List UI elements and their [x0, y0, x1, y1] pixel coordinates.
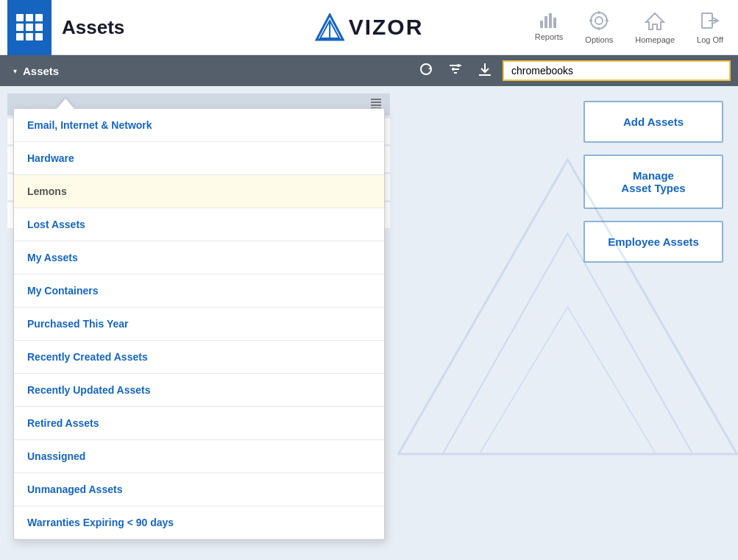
svg-marker-30 [480, 307, 656, 454]
dropdown-scroll[interactable]: Email, Internet & Network Hardware Lemon… [14, 109, 384, 539]
dropdown-arrow [57, 99, 74, 109]
svg-rect-10 [598, 27, 600, 30]
assets-dropdown-button[interactable]: ▾ Assets [7, 62, 65, 80]
dropdown-item-my-containers[interactable]: My Containers [14, 274, 384, 308]
app-title: Assets [62, 16, 124, 39]
dropdown-item-retired-assets[interactable]: Retired Assets [14, 407, 384, 440]
employee-assets-button[interactable]: Employee Assets [583, 221, 723, 263]
svg-point-20 [457, 64, 460, 67]
logo: VIZOR [315, 13, 424, 41]
homepage-icon [645, 10, 665, 34]
grid-icon [16, 14, 43, 40]
download-icon [478, 62, 492, 77]
options-icon [589, 10, 609, 34]
reports-icon [539, 10, 559, 31]
dropdown-item-unassigned[interactable]: Unassigned [14, 440, 384, 473]
refresh-button[interactable] [414, 59, 438, 83]
svg-rect-6 [553, 18, 556, 28]
svg-rect-5 [549, 13, 552, 28]
nav-reports[interactable]: Reports [528, 7, 571, 48]
homepage-label: Homepage [635, 35, 675, 44]
svg-point-8 [591, 13, 607, 29]
refresh-icon [419, 62, 433, 77]
options-label: Options [585, 35, 613, 44]
header: Assets VIZOR Reports [0, 0, 738, 55]
toolbar-title: Assets [23, 65, 59, 77]
main-content: 📄 ASSET00117177B 📄 ASSET00117000 📄 ASSET… [0, 86, 738, 560]
toolbar: ▾ Assets [0, 55, 738, 86]
logout-icon [700, 10, 720, 34]
dropdown-item-lost-assets[interactable]: Lost Assets [14, 208, 384, 241]
search-input[interactable] [503, 60, 731, 81]
nav-logout[interactable]: Log Off [689, 7, 731, 48]
filter-icon [448, 62, 463, 77]
svg-rect-3 [540, 21, 543, 28]
manage-asset-types-button[interactable]: ManageAsset Types [583, 155, 723, 209]
dropdown-arrow-icon: ▾ [13, 67, 17, 75]
nav-homepage[interactable]: Homepage [628, 7, 682, 48]
svg-marker-13 [646, 13, 664, 29]
nav-icons: Reports Options H [528, 7, 731, 48]
svg-marker-29 [443, 233, 693, 454]
reports-label: Reports [535, 32, 564, 41]
logout-label: Log Off [697, 35, 723, 44]
svg-rect-12 [606, 20, 609, 21]
svg-point-7 [595, 17, 603, 24]
add-assets-button[interactable]: Add Assets [583, 101, 723, 143]
dropdown-menu: Email, Internet & Network Hardware Lemon… [13, 108, 385, 540]
dropdown-item-unmanaged-assets[interactable]: Unmanaged Assets [14, 473, 384, 506]
logo-icon [315, 13, 344, 41]
right-panel: Add Assets ManageAsset Types Employee As… [397, 86, 738, 560]
svg-rect-9 [598, 11, 600, 14]
dropdown-item-hardware[interactable]: Hardware [14, 142, 384, 175]
dropdown-item-purchased-this-year[interactable]: Purchased This Year [14, 308, 384, 341]
app-menu-button[interactable] [7, 0, 52, 55]
svg-rect-11 [589, 20, 592, 21]
svg-point-21 [452, 68, 455, 71]
svg-rect-4 [544, 16, 547, 28]
dropdown-item-recently-updated[interactable]: Recently Updated Assets [14, 374, 384, 407]
logo-text: VIZOR [349, 15, 424, 40]
dropdown-item-email[interactable]: Email, Internet & Network [14, 109, 384, 142]
dropdown-item-warranties[interactable]: Warranties Expiring < 90 days [14, 506, 384, 539]
dropdown-item-recently-created[interactable]: Recently Created Assets [14, 341, 384, 374]
filter-settings-button[interactable] [444, 59, 467, 83]
left-panel: 📄 ASSET00117177B 📄 ASSET00117000 📄 ASSET… [0, 86, 397, 560]
dropdown-item-my-assets[interactable]: My Assets [14, 241, 384, 274]
nav-options[interactable]: Options [578, 7, 620, 48]
download-button[interactable] [473, 59, 497, 83]
dropdown-item-lemons[interactable]: Lemons [14, 175, 384, 208]
